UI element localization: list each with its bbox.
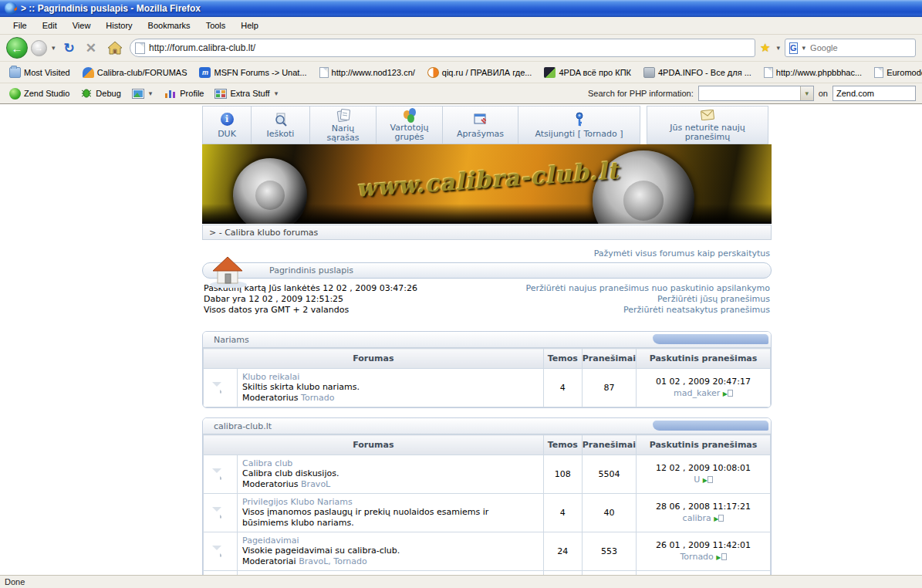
moderator-link[interactable]: BravoL	[301, 479, 330, 489]
bookmark-nod123[interactable]: http://www.nod123.cn/	[315, 65, 420, 80]
qiq-favicon	[427, 67, 439, 78]
col-forumas: Forumas	[204, 435, 544, 455]
last-post-page-icon[interactable]	[708, 476, 713, 483]
window-title: > :: Pagrindinis puslapis - Mozilla Fire…	[21, 3, 201, 14]
bookmark-most-visited[interactable]: Most Visited	[5, 65, 75, 80]
window-titlebar: > :: Pagrindinis puslapis - Mozilla Fire…	[0, 0, 922, 17]
bookmark-calibra-club[interactable]: Calibra-club/FORUMAS	[78, 65, 192, 80]
zend-studio-button[interactable]: Zend Studio	[6, 86, 73, 101]
last-post-user-link[interactable]: calibra	[683, 513, 711, 523]
stop-icon[interactable]: ✕	[82, 40, 100, 56]
search-engine-field[interactable]: Zend.com	[833, 86, 916, 101]
category-nariams: Nariams Forumas Temos Pranešimai Paskuti…	[202, 331, 772, 408]
bookmark-4pda-info[interactable]: 4PDA.INFO - Все для ...	[639, 65, 756, 80]
category-title[interactable]: Nariams	[214, 335, 249, 345]
home-house-icon	[208, 255, 248, 288]
bookmark-4pda[interactable]: 4PDA всё про КПК	[539, 65, 636, 80]
forum-link[interactable]: Klubo reikalai	[242, 372, 299, 382]
page-viewport: i DUK Ieškoti Narių sąrašas Vartotojų gr…	[0, 104, 922, 575]
menu-edit[interactable]: Edit	[35, 19, 64, 32]
table-header-row: Forumas Temos Pranešimai Paskutinis pran…	[204, 349, 771, 369]
tab-atsijungti[interactable]: Atsijungti [ Tornado ]	[518, 106, 640, 144]
tab-ieskoti[interactable]: Ieškoti	[252, 106, 310, 144]
calibra-favicon	[83, 67, 94, 78]
bookmark-qiq[interactable]: qiq.ru / ПРАВИЛА где...	[423, 65, 537, 80]
view-your-posts-link[interactable]: Peržiūrėti jūsų pranešimus	[657, 294, 770, 304]
tab-nariu-sarasas[interactable]: Narių sąrašas	[310, 106, 377, 144]
firefox-icon	[5, 2, 17, 15]
forward-button[interactable]: →	[31, 40, 47, 56]
status-bar: Done	[0, 575, 922, 588]
forum-link[interactable]: Foto	[242, 574, 261, 575]
search-icon	[273, 112, 289, 127]
last-post-page-icon[interactable]	[728, 390, 733, 397]
search-engine-dropdown-icon[interactable]: ▾	[801, 44, 808, 52]
forum-status-icon	[220, 382, 221, 394]
category-collapse-pill[interactable]	[653, 421, 768, 431]
forum-link[interactable]: Privilegijos Klubo Nariams	[242, 497, 353, 507]
col-temos: Temos	[543, 435, 582, 455]
forum-row: Pageidavimai Visokie pageidavimai su cal…	[204, 532, 771, 571]
menu-help[interactable]: Help	[234, 19, 265, 32]
bookmark-star-icon[interactable]: ★	[758, 41, 772, 55]
url-bar[interactable]	[130, 39, 755, 57]
web-search-box[interactable]: G ▾	[785, 39, 916, 57]
url-input[interactable]	[149, 42, 750, 53]
bookmark-msfn[interactable]: mMSFN Forums -> Unat...	[194, 65, 311, 80]
forum-description: Visokie pageidavimai su calibra-club.	[242, 546, 539, 556]
menu-bookmarks[interactable]: Bookmarks	[141, 19, 198, 32]
bookmarks-toolbar: Most Visited Calibra-club/FORUMAS mMSFN …	[0, 62, 922, 83]
web-search-input[interactable]	[810, 43, 920, 52]
bookmark-dropdown-icon[interactable]: ▾	[775, 44, 782, 52]
on-label: on	[819, 89, 828, 98]
posts-count: 87	[582, 369, 636, 407]
google-logo-icon: G	[789, 42, 798, 54]
bookmark-euromodel[interactable]: Euromodel.ru: Колле...	[870, 65, 922, 80]
menu-file[interactable]: File	[6, 19, 34, 32]
view-unanswered-posts-link[interactable]: Peržiūrėti neatsakytus pranešimus	[623, 305, 770, 315]
help-window-icon	[473, 112, 488, 127]
forum-container: i DUK Ieškoti Narių sąrašas Vartotojų gr…	[202, 104, 772, 575]
home-icon[interactable]	[107, 41, 123, 55]
php-search-combobox[interactable]: ▾	[698, 86, 814, 101]
moderator-link[interactable]: Tornado	[301, 393, 334, 403]
tab-pranesimai[interactable]: Jūs neturite naujų pranešimų	[647, 106, 768, 144]
combo-dropdown-icon[interactable]: ▾	[800, 86, 813, 100]
last-post-user-link[interactable]: Tornado	[681, 552, 714, 562]
menu-view[interactable]: View	[66, 19, 98, 32]
dropdown-icon: ▾	[273, 90, 280, 97]
history-dropdown-icon[interactable]: ▾	[50, 44, 57, 52]
forum-link[interactable]: Calibra club	[242, 458, 292, 468]
table-header-row: Forumas Temos Pranešimai Paskutinis pran…	[204, 435, 771, 455]
menu-history[interactable]: History	[99, 19, 139, 32]
last-post-page-icon[interactable]	[718, 515, 724, 522]
bookmark-phpbbhac[interactable]: http://www.phpbbhac...	[759, 65, 866, 80]
menu-tools[interactable]: Tools	[199, 19, 233, 32]
tab-vartotoju-grupes[interactable]: Vartotojų grupės	[377, 106, 443, 144]
back-button[interactable]: ←	[6, 37, 28, 59]
tab-aprasymas[interactable]: Aprašymas	[443, 106, 518, 144]
category-title[interactable]: calibra-club.lt	[214, 421, 272, 431]
4pda-favicon	[544, 67, 556, 78]
tab-duk[interactable]: i DUK	[202, 106, 252, 144]
refresh-icon[interactable]: ↻	[60, 40, 79, 56]
forum-status-icon	[220, 546, 221, 557]
mark-forums-read-link[interactable]: Pažymėti visus forumus kaip perskaitytus	[594, 248, 770, 259]
zend-extra-stuff-button[interactable]: Extra Stuff▾	[211, 87, 282, 100]
forum-link[interactable]: Pageidavimai	[242, 536, 299, 546]
category-collapse-pill[interactable]	[653, 334, 768, 344]
forum-row: Privilegijos Klubo Nariams Visos įmanomo…	[204, 494, 771, 532]
last-post-user-link[interactable]: U	[694, 475, 700, 485]
last-post-user-link[interactable]: mad_kaker	[674, 388, 720, 398]
col-paskutinis: Paskutinis pranešimas	[637, 349, 771, 369]
zend-orb-icon	[9, 88, 21, 100]
moderator-link[interactable]: BravoL, Tornado	[299, 556, 367, 566]
view-new-posts-link[interactable]: Peržiūrėti naujus pranešimus nuo paskuti…	[525, 283, 770, 293]
zend-debug-button[interactable]: Debug	[77, 86, 123, 100]
last-post-page-icon[interactable]	[721, 553, 727, 560]
zend-profile-button[interactable]: Profile	[161, 86, 207, 100]
php-search-label: Search for PHP information:	[588, 89, 694, 98]
zend-image-button[interactable]: ▾	[129, 87, 157, 100]
msfn-favicon: m	[199, 67, 211, 78]
view-links: Peržiūrėti naujus pranešimus nuo paskuti…	[487, 283, 770, 316]
